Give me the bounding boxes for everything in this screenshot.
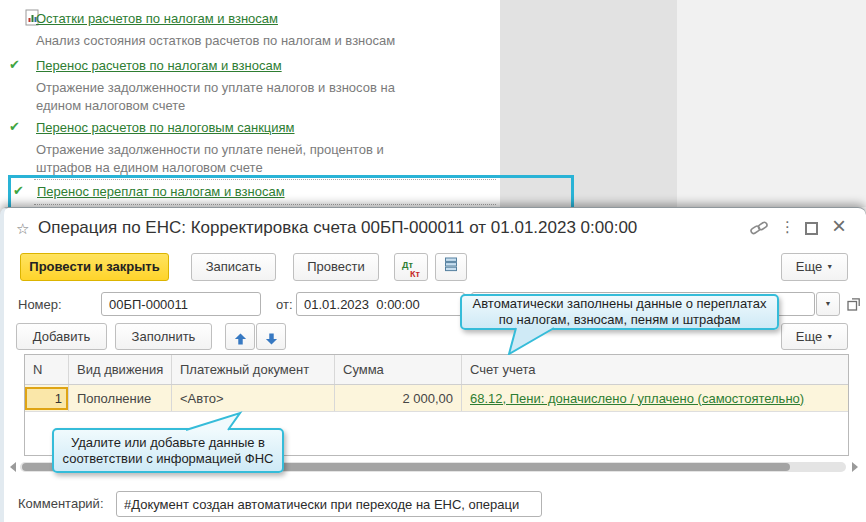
fill-button[interactable]: Заполнить <box>115 323 212 350</box>
move-down-button[interactable] <box>256 323 286 350</box>
task-link-transfer-sanctions[interactable]: Перенос расчетов по налоговым санкциям <box>36 120 295 135</box>
comment-input[interactable] <box>116 491 542 517</box>
favorite-icon[interactable]: ☆ <box>16 220 29 238</box>
kebab-menu-icon[interactable]: ⋮ <box>780 218 795 236</box>
background-panel-right <box>677 0 866 207</box>
account-link[interactable]: 68.12, Пени: доначислено / уплачено (сам… <box>470 391 804 406</box>
task-desc: Отражение задолженности по уплате налого… <box>36 79 401 116</box>
task-desc: Анализ состояния остатков расчетов по на… <box>36 32 456 50</box>
link-icon[interactable] <box>750 219 768 241</box>
save-button[interactable]: Записать <box>191 253 276 281</box>
number-label: Номер: <box>18 297 62 312</box>
comment-label: Комментарий: <box>18 496 104 511</box>
table-header-row: N Вид движения Платежный документ Сумма … <box>25 355 848 385</box>
dropdown-button[interactable]: ▼ <box>816 292 840 316</box>
dtkt-postings-button[interactable]: Дт Кт <box>394 253 428 281</box>
post-button[interactable]: Провести <box>293 253 379 281</box>
col-header-account[interactable]: Счет учета <box>461 355 848 384</box>
chevron-down-icon: ▼ <box>826 333 833 340</box>
task-desc: Отражение задолженности по уплате пеней,… <box>36 141 401 178</box>
check-icon: ✔ <box>9 119 20 134</box>
document-window: ☆ Операция по ЕНС: Корректировка счета 0… <box>0 207 866 522</box>
scrollbar-left-icon[interactable] <box>10 462 16 472</box>
chevron-down-icon: ▼ <box>826 263 833 270</box>
task-link-balances[interactable]: Остатки расчетов по налогам и взносам <box>36 11 278 26</box>
scrollbar-right-icon[interactable] <box>852 462 858 472</box>
callout-tail <box>182 411 246 431</box>
maximize-icon[interactable] <box>805 222 818 235</box>
cell-n[interactable]: 1 <box>25 385 68 411</box>
edit-callout: Удалите или добавьте данные в соответств… <box>52 428 284 473</box>
check-icon: ✔ <box>9 57 20 72</box>
cell-account[interactable]: 68.12, Пени: доначислено / уплачено (сам… <box>461 385 848 411</box>
post-and-close-button[interactable]: Провести и закрыть <box>20 253 169 281</box>
date-input[interactable] <box>296 292 465 316</box>
table-row[interactable]: 1 Пополнение <Авто> 2 000,00 68.12, Пени… <box>25 385 848 412</box>
autofill-callout: Автоматически заполнены данные о перепла… <box>460 294 779 330</box>
window-title: Операция по ЕНС: Корректировка счета 00Б… <box>38 218 637 238</box>
register-list-button[interactable] <box>435 253 467 281</box>
cell-sum[interactable]: 2 000,00 <box>334 385 461 411</box>
date-label: от: <box>276 297 293 312</box>
col-header-n[interactable]: N <box>25 355 68 384</box>
col-header-sum[interactable]: Сумма <box>334 355 461 384</box>
number-input[interactable] <box>101 292 261 316</box>
move-up-button[interactable] <box>225 323 255 350</box>
open-icon[interactable] <box>846 296 862 316</box>
dropdown-icon: ▼ <box>825 300 832 307</box>
task-link-transfer-overpayments[interactable]: Перенос переплат по налогам и взносам <box>37 184 285 199</box>
check-icon: ✔ <box>13 183 24 198</box>
more-button-grid[interactable]: Еще▼ <box>781 323 848 350</box>
task-link-transfer-taxes[interactable]: Перенос расчетов по налогам и взносам <box>36 58 282 73</box>
callout-tail <box>500 327 558 355</box>
add-row-button[interactable]: Добавить <box>16 323 107 350</box>
close-icon[interactable]: × <box>832 212 846 240</box>
more-button-top[interactable]: Еще▼ <box>781 253 848 281</box>
col-header-kind[interactable]: Вид движения <box>68 355 171 384</box>
col-header-doc[interactable]: Платежный документ <box>171 355 334 384</box>
cell-doc[interactable]: <Авто> <box>171 385 334 411</box>
cell-kind[interactable]: Пополнение <box>68 385 171 411</box>
